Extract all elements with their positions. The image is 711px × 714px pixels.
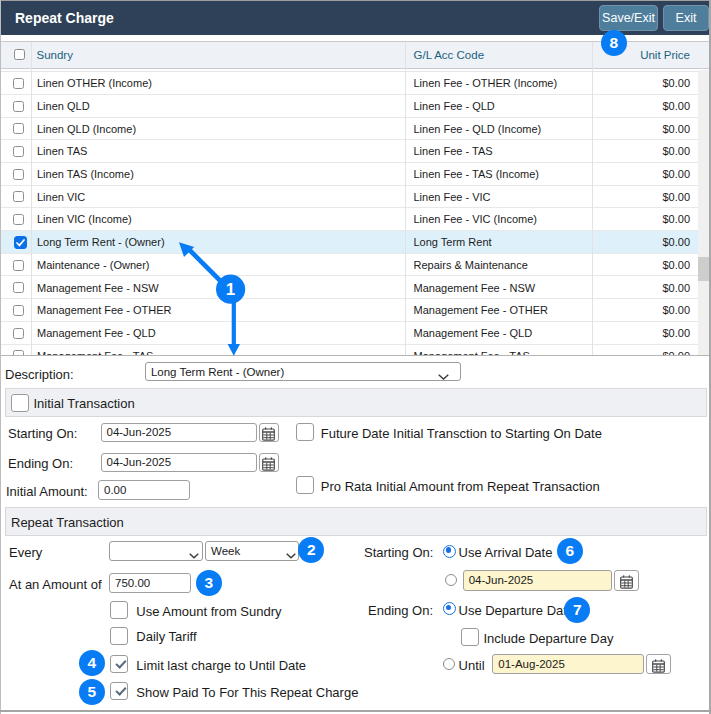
svg-text:1: 1 [226, 280, 235, 299]
